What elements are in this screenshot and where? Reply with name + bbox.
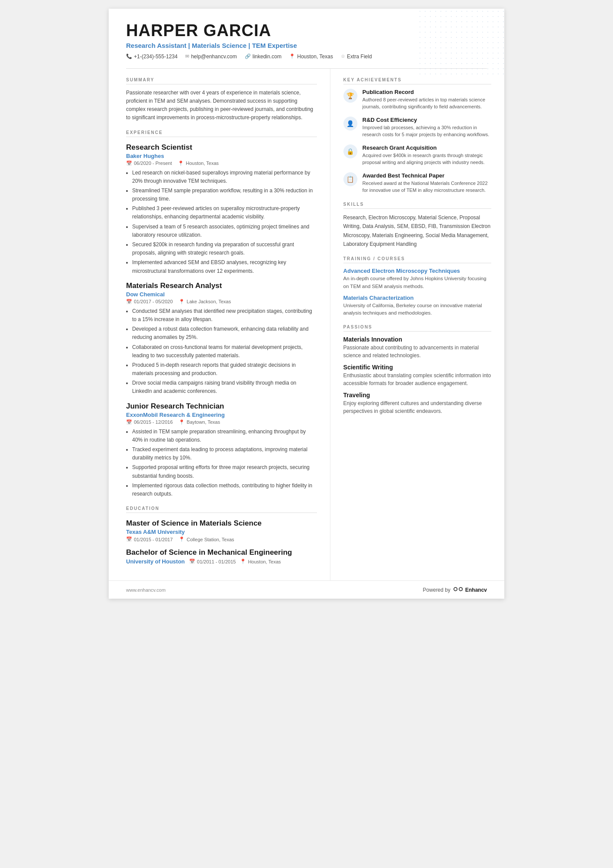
job-meta-3: 📅 06/2015 - 12/2016 📍 Baytown, Texas (126, 419, 317, 425)
achievement-1: 🏆 Publication Record Authored 8 peer-rev… (343, 89, 491, 111)
job-bullets-3: Assisted in TEM sample preparation strea… (132, 428, 317, 499)
right-column: KEY ACHIEVEMENTS 🏆 Publication Record Au… (330, 69, 504, 580)
star-icon: ☆ (341, 54, 345, 59)
job-title-2: Materials Research Analyst (126, 282, 317, 290)
degree-1: Master of Science in Materials Science (126, 519, 317, 528)
achievement-content-3: Research Grant Acquisition Acquired over… (363, 144, 491, 166)
summary-section-title: SUMMARY (126, 77, 317, 84)
achievement-2: 👤 R&D Cost Efficiency Improved lab proce… (343, 117, 491, 138)
achievement-desc-4: Received award at the National Materials… (363, 180, 491, 194)
job-date-3: 📅 06/2015 - 12/2016 (126, 419, 173, 425)
job-location-1: 📍 Houston, Texas (178, 161, 219, 166)
list-item: Led research on nickel-based superalloys… (132, 169, 317, 185)
pin-icon-edu-1: 📍 (179, 536, 185, 542)
job-location-2: 📍 Lake Jackson, Texas (179, 299, 231, 305)
contact-phone: 📞 +1-(234)-555-1234 (126, 54, 177, 60)
location-icon: 📍 (289, 54, 295, 59)
calendar-icon-1: 📅 (126, 161, 132, 166)
contact-location: 📍 Houston, Texas (289, 54, 333, 60)
list-item: Conducted SEM analyses that identified n… (132, 307, 317, 324)
contact-extra: ☆ Extra Field (341, 54, 372, 60)
skills-text: Research, Electron Microscopy, Material … (343, 213, 491, 249)
school-1: Texas A&M University (126, 529, 317, 535)
training-title-2: Materials Characterization (343, 295, 491, 301)
page-footer: www.enhancv.com Powered by Enhancv (109, 580, 504, 599)
list-item: Implemented advanced SEM and EBSD analys… (132, 258, 317, 275)
list-item: Produced 5 in-depth research reports tha… (132, 361, 317, 378)
footer-website: www.enhancv.com (126, 587, 166, 593)
achievement-icon-3: 🔒 (343, 144, 357, 158)
job-date-1: 📅 06/2020 - Present (126, 161, 172, 166)
education-section-title: EDUCATION (126, 506, 317, 513)
left-column: SUMMARY Passionate researcher with over … (109, 69, 330, 580)
achievement-content-2: R&D Cost Efficiency Improved lab process… (363, 117, 491, 138)
candidate-subtitle: Research Assistant | Materials Science |… (126, 42, 487, 49)
job-bullets-2: Conducted SEM analyses that identified n… (132, 307, 317, 396)
achievement-desc-1: Authored 8 peer-reviewed articles in top… (363, 96, 491, 111)
achievement-title-2: R&D Cost Efficiency (363, 117, 491, 123)
brand-name: Enhancv (465, 587, 487, 593)
training-section-title: TRAINING / COURSES (343, 256, 491, 263)
link-icon: 🔗 (245, 54, 251, 59)
powered-by-text: Powered by (423, 587, 450, 593)
achievements-section-title: KEY ACHIEVEMENTS (343, 77, 491, 84)
edu-location-1: 📍 College Station, Texas (179, 536, 234, 542)
passion-desc-1: Passionate about contributing to advance… (343, 344, 491, 359)
pin-icon-edu-2: 📍 (240, 559, 246, 564)
calendar-icon-edu-1: 📅 (126, 536, 132, 542)
candidate-name: HARPER GARCIA (126, 22, 487, 40)
calendar-icon-edu-2: 📅 (189, 559, 195, 564)
passion-desc-2: Enthusiastic about translating complex s… (343, 372, 491, 387)
job-location-3: 📍 Baytown, Texas (179, 419, 220, 425)
list-item: Supported proposal writing efforts for t… (132, 463, 317, 480)
company-name-3: ExxonMobil Research & Engineering (126, 412, 317, 418)
pin-icon-1: 📍 (178, 161, 184, 166)
edu-date-2: 📅 01/2011 - 01/2015 (189, 559, 236, 564)
contact-row: 📞 +1-(234)-555-1234 ✉ help@enhancv.com 🔗… (126, 54, 487, 60)
achievement-title-3: Research Grant Acquisition (363, 144, 491, 151)
list-item: Drove social media campaigns raising bra… (132, 379, 317, 395)
edu-date-1: 📅 01/2015 - 01/2017 (126, 536, 173, 542)
pin-icon-2: 📍 (179, 299, 185, 305)
school-2: University of Houston (126, 558, 185, 565)
main-content: SUMMARY Passionate researcher with over … (109, 69, 504, 580)
achievement-title-4: Awarded Best Technical Paper (363, 172, 491, 179)
phone-icon: 📞 (126, 54, 132, 59)
passion-desc-3: Enjoy exploring different cultures and u… (343, 399, 491, 415)
training-title-1: Advanced Electron Microscopy Techniques (343, 268, 491, 274)
experience-section-title: EXPERIENCE (126, 130, 317, 137)
calendar-icon-2: 📅 (126, 299, 132, 305)
list-item: Published 3 peer-reviewed articles on su… (132, 204, 317, 221)
job-meta-1: 📅 06/2020 - Present 📍 Houston, Texas (126, 161, 317, 166)
achievement-desc-2: Improved lab processes, achieving a 30% … (363, 124, 491, 138)
training-desc-1: An in-depth course offered by Johns Hopk… (343, 275, 491, 290)
passion-title-2: Scientific Writing (343, 364, 491, 371)
achievement-content-4: Awarded Best Technical Paper Received aw… (363, 172, 491, 194)
achievement-icon-2: 👤 (343, 117, 357, 131)
list-item: Supervised a team of 5 research associat… (132, 223, 317, 239)
achievement-desc-3: Acquired over $400k in research grants t… (363, 152, 491, 166)
list-item: Assisted in TEM sample preparation strea… (132, 428, 317, 444)
achievement-3: 🔒 Research Grant Acquisition Acquired ov… (343, 144, 491, 166)
email-icon: ✉ (185, 54, 189, 59)
passion-title-3: Traveling (343, 392, 491, 399)
passions-section-title: PASSIONS (343, 325, 491, 332)
list-item: Developed a robust data collection frame… (132, 325, 317, 342)
edu-meta-1: 📅 01/2015 - 01/2017 📍 College Station, T… (126, 536, 317, 542)
resume-page: HARPER GARCIA Research Assistant | Mater… (109, 9, 504, 599)
list-item: Collaborated on cross-functional teams f… (132, 343, 317, 360)
list-item: Streamlined TEM sample preparation workf… (132, 187, 317, 203)
summary-text: Passionate researcher with over 4 years … (126, 89, 317, 122)
contact-linkedin: 🔗 linkedin.com (245, 54, 282, 60)
list-item: Implemented rigorous data collection met… (132, 482, 317, 498)
pin-icon-3: 📍 (179, 419, 185, 425)
job-title-1: Research Scientist (126, 143, 317, 152)
list-item: Tracked experiment data leading to proce… (132, 446, 317, 462)
brand-logo-icon (453, 586, 463, 593)
job-title-3: Junior Research Technician (126, 402, 317, 411)
achievement-title-1: Publication Record (363, 89, 491, 95)
achievement-4: 📋 Awarded Best Technical Paper Received … (343, 172, 491, 194)
achievement-content-1: Publication Record Authored 8 peer-revie… (363, 89, 491, 111)
footer-brand: Powered by Enhancv (423, 586, 487, 593)
resume-header: HARPER GARCIA Research Assistant | Mater… (109, 9, 504, 68)
